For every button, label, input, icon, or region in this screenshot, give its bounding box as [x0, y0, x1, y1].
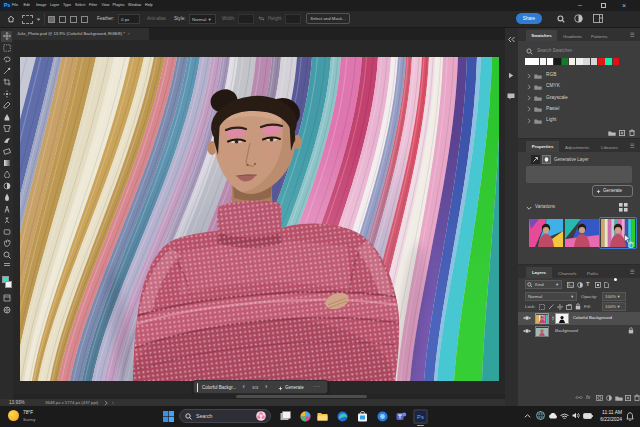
svg-text:Ps: Ps: [417, 414, 424, 420]
